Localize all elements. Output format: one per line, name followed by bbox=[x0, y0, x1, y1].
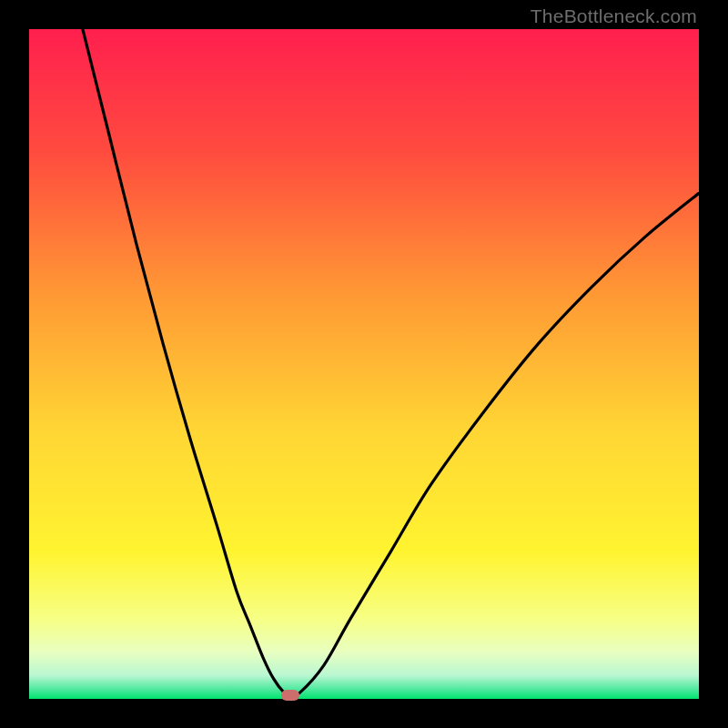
optimal-point-marker bbox=[281, 690, 299, 701]
chart-area bbox=[29, 29, 699, 699]
bottleneck-curve bbox=[29, 29, 699, 699]
watermark-text: TheBottleneck.com bbox=[531, 5, 697, 27]
